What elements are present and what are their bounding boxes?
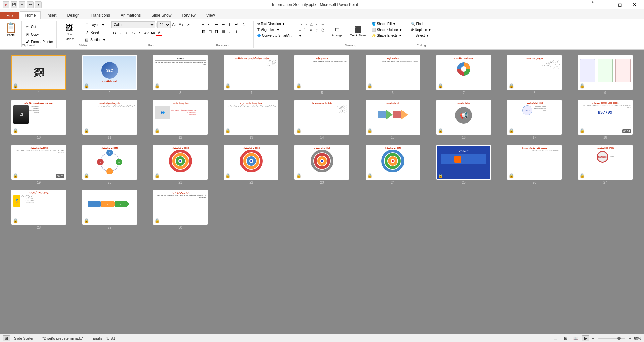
justify-btn[interactable]: ▤ xyxy=(220,28,226,34)
pentagon-shape[interactable]: ⬠ xyxy=(320,27,325,33)
slide-thumbnail[interactable]: ﺳﺮوﯾﺲ ﻫﺎی اﻣﻨﯿﺘﯽ Integrity ﯾﮑﭙﺎرﭼﮕﯽAuthe… xyxy=(507,55,562,90)
list-item[interactable]: ﷽ 🔒 1 xyxy=(5,55,72,95)
list-item[interactable]: ﺗﺎﻣﯿﻦ ﺳﺎﺧﺘﺎرﻫﺎی اﻣﻨﯿﺘﯽ ﺗﺎﻣﯿﻦ ﺳﺎﺧﺘﺎرﻫﺎی ا… xyxy=(76,100,143,139)
new-slide-dropdown[interactable]: Slide ▼ xyxy=(63,37,76,41)
close-btn[interactable]: ✕ xyxy=(628,0,641,9)
layout-button[interactable]: ⊞ Layout ▼ xyxy=(83,21,107,28)
normal-view-btn[interactable]: ▭ xyxy=(552,335,559,341)
zoom-minus-btn[interactable]: − xyxy=(592,336,594,340)
undo-quick-btn[interactable]: ↩ xyxy=(19,1,25,8)
slide-thumbnail[interactable]: ﻣﻨﺸﺎ ﺗﻬﺪﯾﺪات اﻣﻨﯿﺘﯽ 👥 ﺧﻮاص ﺗﻬﺪﯾﺪ ﺑﺮای ﺣﻤ… xyxy=(153,100,208,135)
slide-thumbnail[interactable]: ﻣﺒﺎﻧﯽ اﻣﻨﯿﺖ اﻃﻼﻋﺎت 🔒 xyxy=(436,55,491,90)
rectangle-shape[interactable]: ▭ xyxy=(297,21,303,27)
tab-review[interactable]: Review xyxy=(177,11,200,19)
new-slide-button[interactable]: 🖼 New xyxy=(61,22,77,37)
right-angle-shape[interactable]: ⌐ xyxy=(314,21,320,27)
shape-fill-button[interactable]: 🪣 Shape Fill ▼ xyxy=(370,21,404,26)
restore-btn[interactable]: ◻ xyxy=(613,0,627,9)
slide-thumbnail[interactable]: دﻻﯾﻞ ﻧﺎﮐﺎﻣﯽ ﺳﯿﺴﺘﻢ ﻫﺎ ﺿﻌﻒ ﻧﯿﺮوی اﻧﺴﺎﻧﯽﺿﻌﻒ… xyxy=(294,100,349,135)
slide-thumbnail[interactable]: ﷽ 🔒 xyxy=(11,55,66,90)
slide-thumbnail[interactable]: ﻣﻘﺪﻣﻪ ﻣﺘﻦ ﻣﻘﺪﻣﻪ اﻃﻼﻋﺎت اﻣﻨﯿﺘﯽ ﺑﺮای ﺷﺮﮐﺖ … xyxy=(153,55,208,90)
slide-thumbnail[interactable]: اﻗﺪاﻣﺎت اﻣﻨﯿﺘﯽ 📢 🔒 xyxy=(436,100,491,135)
slide-thumbnail[interactable]: ﺣﻮزه ﻫﺎی اﻣﻨﯿﺖ ﻓﻨﺎوری اﻃﻼﻋﺎت 🖥 Infrastru… xyxy=(11,100,66,135)
list-item[interactable]: دﻻﯾﻞ ﻧﺎﮐﺎﻣﯽ ﺳﯿﺴﺘﻢ ﻫﺎ ﺿﻌﻒ ﻧﯿﺮوی اﻧﺴﺎﻧﯽﺿﻌﻒ… xyxy=(288,100,355,139)
cut-button[interactable]: ✂ Cut xyxy=(23,23,54,30)
diamond-shape[interactable]: ◇ xyxy=(314,27,320,33)
list-item[interactable]: ﻣﺰاﯾﺎی دراﻓﺖ ﮔﻮاﻫﯿﻨﺎﻣﻪ 🏅 • اﻓﺰاﯾﺶ اﻋﺘﺒﺎر… xyxy=(5,190,72,229)
list-item[interactable]: اﻗﺪاﻣﺎت اﻣﻨﯿﺘﯽ 🔒 15 xyxy=(360,100,426,139)
clear-format-btn[interactable]: ⊘ xyxy=(185,22,191,28)
list-item[interactable]: ﻣﺰاﯾﺎی ﺳﺮﻣﺎﯾﻪ ﮔﺬاری در اﻣﻨﯿﺖ اﻃﻼﻋﺎت • ﮐﺎ… xyxy=(218,55,284,95)
align-text-button[interactable]: ⊤ Align Text ▼ xyxy=(256,27,281,32)
align-center-btn[interactable]: ◫ xyxy=(207,28,213,34)
triangle-shape[interactable]: △ xyxy=(309,21,314,27)
list-item[interactable]: ﻣﻨﺸﺎ ﺗﻬﺪﯾﺪات اﻣﻨﯿﺘﯽ 👥 ﺧﻮاص ﺗﻬﺪﯾﺪ ﺑﺮای ﺣﻤ… xyxy=(147,100,214,139)
slideshow-btn[interactable]: ▶ xyxy=(582,335,589,341)
slide-thumbnail[interactable]: ﻣﻔﺎﻫﯿﻢ اوﻟﯿﻪ Security Policy ﻣﺤﺮﻣﺎﻧﻪ ﺑﻮد… xyxy=(294,55,349,90)
tab-file[interactable]: File xyxy=(0,12,19,19)
increase-font-btn[interactable]: A↑ xyxy=(171,22,177,28)
slide-thumbnail[interactable]: SEC اﻣﻨﯿﺖ اﻃﻼﻋﺎت 🔒 xyxy=(82,55,137,90)
list-item[interactable]: ISO 27001 اﺳﺘﺎﻧﺪارد ISO27001 SDS ✓ 🔒 27 xyxy=(572,145,639,184)
bold-btn[interactable]: B xyxy=(111,30,117,36)
tab-design[interactable]: Design xyxy=(62,11,85,19)
list-item[interactable]: ﺟﺪول زﻣﺎﻧﯽ 🔒 25 xyxy=(430,145,497,184)
columns-btn[interactable]: ⫼ xyxy=(234,28,240,34)
list-item[interactable]: ﺣﻮزه ﻫﺎی اﻣﻨﯿﺖ ﻓﻨﺎوری اﻃﻼﻋﺎت 🖥 Infrastru… xyxy=(5,100,72,139)
shape-outline-button[interactable]: ⬜ Shape Outline ▼ xyxy=(370,27,404,32)
list-item[interactable]: ISMS ﭼﺮﺧﻪ اﺳﺘﻘﺮار P D C A 🔒 xyxy=(76,145,143,184)
slide-thumbnail[interactable]: ﺟﺪول زﻣﺎﻧﯽ 🔒 xyxy=(436,145,491,180)
list-item[interactable]: ﻣﻘﺪﻣﻪ ﻣﺘﻦ ﻣﻘﺪﻣﻪ اﻃﻼﻋﺎت اﻣﻨﯿﺘﯽ ﺑﺮای ﺷﺮﮐﺖ … xyxy=(147,55,214,95)
ltr-btn[interactable]: ↴ xyxy=(240,21,247,27)
tab-animations[interactable]: Animations xyxy=(116,11,146,19)
strikethrough-btn[interactable]: S xyxy=(130,30,137,36)
slide-thumbnail[interactable]: ISMS ﭼﺮﺧﻪ اﺳﺘﻘﺮار 🔒 xyxy=(294,145,349,180)
list-item[interactable]: 🔒 9 xyxy=(572,55,639,95)
list-item[interactable]: ﻣﻨﺸﺎ ﺗﻬﺪﯾﺪات اﻣﻨﯿﺘﯽ (رد) ﺗﻬﺪﯾﺪات از ﻃﺮﯾﻖ… xyxy=(218,100,284,139)
align-left-btn[interactable]: ◧ xyxy=(200,28,206,34)
slide-thumbnail[interactable]: ISMS ﭼﺮﺧﻪ اﺳﺘﻘﺮار 🔒 xyxy=(153,145,208,180)
list-item[interactable]: ISMS ﭼﺮﺧﻪ اﺳﺘﻘﺮار 🔒 22 xyxy=(218,145,284,184)
slide-thumbnail[interactable]: ﻣﺤﺪوده ﺑﺎﻓﺘﯽ ﺳﺎزﻣﺎن (Scope) ISO 27001 ﻣﺤ… xyxy=(507,145,562,180)
slide-thumbnail[interactable]: ISO 27001 اﺳﺘﺎﻧﺪارد ISO27001 SDS ✓ 🔒 xyxy=(578,145,633,180)
list-item[interactable]: ﻣﺤﺪوده ﺑﺎﻓﺘﯽ ﺳﺎزﻣﺎن (Scope) ISO 27001 ﻣﺤ… xyxy=(501,145,568,184)
list-item[interactable]: ۱ ۲ ۳ 🔒 29 xyxy=(76,190,143,229)
italic-btn[interactable]: I xyxy=(118,30,124,36)
slide-thumbnail[interactable]: ﺗﺎﻣﯿﻦ ﺳﺎﺧﺘﺎرﻫﺎی اﻣﻨﯿﺘﯽ ﺗﺎﻣﯿﻦ ﺳﺎﺧﺘﺎرﻫﺎی ا… xyxy=(82,100,137,135)
zoom-thumb[interactable] xyxy=(617,337,621,340)
list-item[interactable]: ISO 27001 و BS7799 اﺳﺘﺎﻧﺪارد ﻣﻌﯿﺎرﻫﺎی ار… xyxy=(572,100,639,139)
slide-thumbnail[interactable]: ۱ ۲ ۳ 🔒 xyxy=(82,190,137,225)
reset-button[interactable]: ↺ Reset xyxy=(83,29,107,36)
text-direction-button[interactable]: ⟲ Text Direction ▼ xyxy=(256,21,286,26)
list-item[interactable]: ﻣﻔﺎﻫﯿﻢ اوﻟﯿﻪ AAttack و Security Mechanis… xyxy=(360,55,426,95)
tab-transitions[interactable]: Transitions xyxy=(86,11,115,19)
slide-sorter-view-btn[interactable]: ⊞ xyxy=(3,335,10,341)
list-item[interactable]: ﻣﻨﻮﻓﯽ ﺑﺮﻗﺮاری اﻣﻨﯿﺖ اﺑﺰارﻫﺎی ﺑﺮﻗﺮاری اﻣﻨ… xyxy=(147,190,214,229)
rtl-btn[interactable]: ↵ xyxy=(234,21,240,27)
more-shapes[interactable]: ▾ xyxy=(297,33,303,38)
bullets-btn[interactable]: ≡ xyxy=(200,21,206,27)
slide-thumbnail[interactable]: ISMS اﻗﺪاﻣﺎت اﻣﻨﯿﺘﯽ ISO Information Secu… xyxy=(507,100,562,135)
slide-thumbnail[interactable]: ﻣﻨﺸﺎ ﺗﻬﺪﯾﺪات اﻣﻨﯿﺘﯽ (رد) ﺗﻬﺪﯾﺪات از ﻃﺮﯾﻖ… xyxy=(224,100,278,135)
reading-view-btn[interactable]: 📖 xyxy=(572,335,579,341)
shape-effects-button[interactable]: ✨ Shape Effects ▼ xyxy=(370,33,404,38)
slide-thumbnail[interactable]: ISMS ﭼﺮﺧﻪ اﺳﺘﻘﺮار P D C A 🔒 xyxy=(82,145,137,180)
case-btn[interactable]: Aa xyxy=(150,30,156,36)
font-size-selector[interactable]: 24 xyxy=(157,21,171,28)
slide-thumbnail[interactable]: ﻣﺰاﯾﺎی دراﻓﺖ ﮔﻮاﻫﯿﻨﺎﻣﻪ 🏅 • اﻓﺰاﯾﺶ اﻋﺘﺒﺎر… xyxy=(11,190,66,225)
font-color-btn[interactable]: A xyxy=(156,30,162,36)
select-button[interactable]: ⛶ Select ▼ xyxy=(410,33,430,38)
slide-thumbnail[interactable]: ISMS ﭼﺮﺧﻪ اﺳﺘﻘﺮار 🔒 xyxy=(224,145,278,180)
list-item[interactable]: ﺳﺮوﯾﺲ ﻫﺎی اﻣﻨﯿﺘﯽ Integrity ﯾﮑﭙﺎرﭼﮕﯽAuthe… xyxy=(501,55,568,95)
tab-view[interactable]: View xyxy=(201,11,220,19)
underline-btn[interactable]: U xyxy=(124,30,130,36)
tab-insert[interactable]: Insert xyxy=(41,11,61,19)
spacing-btn[interactable]: AV xyxy=(143,30,149,36)
align-right-btn[interactable]: ◨ xyxy=(214,28,220,34)
list-item[interactable]: ISMS ﻣﺮاﺣﻞ اﺳﺘﻘﺮار ISO 17001 و ISO 27001… xyxy=(5,145,72,184)
slide-thumbnail[interactable]: ISMS ﻣﺮاﺣﻞ اﺳﺘﻘﺮار ISO 17001 و ISO 27001… xyxy=(11,145,66,180)
curve-shape[interactable]: ⌒ xyxy=(303,27,308,33)
list-item[interactable]: ﻣﻔﺎﻫﯿﻢ اوﻟﯿﻪ Security Policy ﻣﺤﺮﻣﺎﻧﻪ ﺑﻮد… xyxy=(288,55,355,95)
list-item[interactable]: ISMS ﭼﺮﺧﻪ اﺳﺘﻘﺮار 🔒 23 xyxy=(288,145,355,184)
list-item[interactable]: ﻣﺒﺎﻧﯽ اﻣﻨﯿﺖ اﻃﻼﻋﺎت 🔒 7 xyxy=(430,55,497,95)
